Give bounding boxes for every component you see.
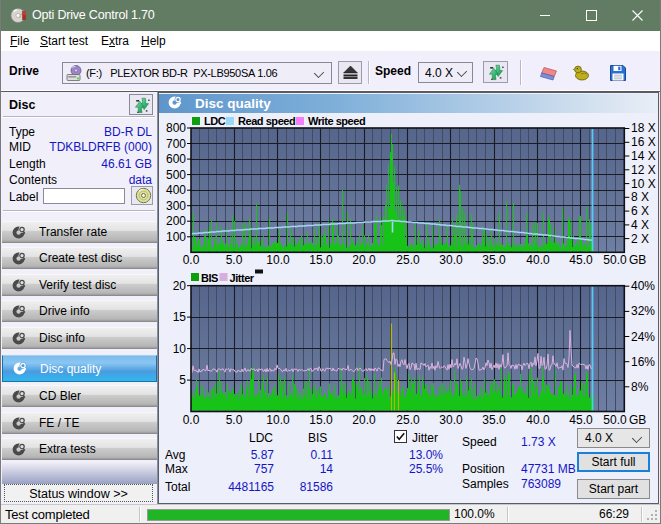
svg-text:16 X: 16 X (631, 135, 656, 149)
svg-text:6 X: 6 X (631, 204, 649, 218)
svg-text:20.0: 20.0 (352, 253, 376, 267)
svg-text:15: 15 (173, 310, 187, 324)
svg-text:40.0: 40.0 (526, 413, 550, 425)
svg-text:Read speed: Read speed (238, 115, 295, 127)
svg-text:50.0: 50.0 (603, 253, 627, 267)
svg-text:5.0: 5.0 (226, 253, 243, 267)
svg-text:0.0: 0.0 (183, 413, 200, 425)
svg-text:8 X: 8 X (631, 190, 649, 204)
svg-text:500: 500 (166, 168, 186, 182)
svg-text:10: 10 (173, 342, 187, 356)
svg-text:30.0: 30.0 (439, 253, 463, 267)
svg-text:15.0: 15.0 (309, 253, 333, 267)
svg-text:0.0: 0.0 (183, 253, 200, 267)
svg-text:4 X: 4 X (631, 218, 649, 232)
svg-text:16%: 16% (631, 355, 655, 369)
svg-text:18 X: 18 X (631, 121, 656, 135)
svg-text:8%: 8% (631, 380, 649, 394)
svg-text:600: 600 (166, 152, 186, 166)
svg-text:2 X: 2 X (631, 232, 649, 246)
svg-text:45.0: 45.0 (569, 253, 593, 267)
svg-text:GB: GB (629, 413, 646, 425)
svg-text:10.0: 10.0 (266, 413, 290, 425)
svg-text:35.0: 35.0 (482, 253, 506, 267)
svg-text:32%: 32% (631, 304, 655, 318)
svg-text:200: 200 (166, 214, 186, 228)
svg-text:Write speed: Write speed (308, 115, 365, 127)
svg-text:5.0: 5.0 (226, 413, 243, 425)
svg-text:40.0: 40.0 (526, 253, 550, 267)
svg-text:50.0: 50.0 (603, 413, 627, 425)
svg-text:LDC: LDC (204, 115, 226, 127)
svg-text:10.0: 10.0 (266, 253, 290, 267)
svg-text:10 X: 10 X (631, 177, 656, 191)
svg-text:700: 700 (166, 137, 186, 151)
svg-text:20: 20 (173, 279, 187, 293)
svg-text:800: 800 (166, 121, 186, 135)
svg-text:100: 100 (166, 230, 186, 244)
svg-text:14 X: 14 X (631, 149, 656, 163)
svg-text:5: 5 (179, 373, 186, 387)
svg-text:30.0: 30.0 (439, 413, 463, 425)
svg-text:25.0: 25.0 (396, 253, 420, 267)
svg-text:Jitter: Jitter (230, 272, 255, 284)
svg-text:300: 300 (166, 199, 186, 213)
svg-text:45.0: 45.0 (569, 413, 593, 425)
svg-text:GB: GB (629, 253, 646, 267)
svg-text:25.0: 25.0 (396, 413, 420, 425)
svg-text:15.0: 15.0 (309, 413, 333, 425)
svg-text:20.0: 20.0 (352, 413, 376, 425)
svg-text:400: 400 (166, 183, 186, 197)
svg-text:35.0: 35.0 (482, 413, 506, 425)
svg-text:24%: 24% (631, 330, 655, 344)
svg-text:BIS: BIS (201, 272, 218, 284)
svg-text:40%: 40% (631, 279, 655, 293)
svg-text:12 X: 12 X (631, 163, 656, 177)
